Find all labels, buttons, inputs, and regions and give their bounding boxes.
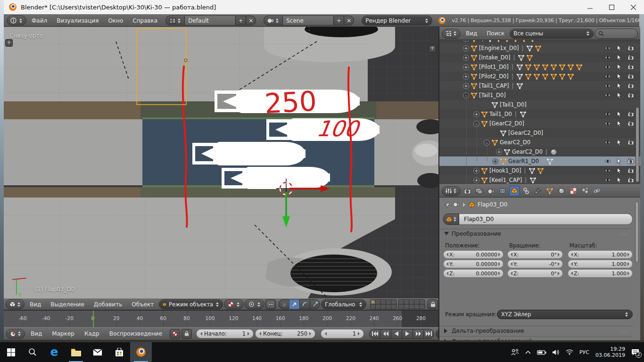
volume-icon[interactable] xyxy=(553,349,560,355)
camera-icon[interactable] xyxy=(627,120,634,127)
start-button[interactable] xyxy=(0,342,22,362)
outliner-row[interactable]: [GearC2_D0] xyxy=(439,128,640,138)
rotation-mode-select[interactable]: XYZ Эйлер xyxy=(497,310,633,319)
outliner-row[interactable]: + GearR1_D0| xyxy=(439,156,640,166)
menu-select[interactable]: Выделение xyxy=(46,301,88,308)
outliner-item-label[interactable]: GearR1_D0 xyxy=(508,158,539,165)
outliner-item-label[interactable]: GearC2_D0 xyxy=(512,148,543,155)
outliner-item-label[interactable]: [GearC2_D0] xyxy=(489,120,524,127)
eye-icon[interactable] xyxy=(604,177,611,183)
current-frame-field[interactable]: 1 xyxy=(321,329,364,338)
mode-select[interactable]: Режим объекта xyxy=(159,299,223,309)
menu-frame[interactable]: Кадр xyxy=(80,330,104,337)
menu-marker[interactable]: Маркер xyxy=(48,330,79,337)
outliner-item-label[interactable]: [GearC2_D0] xyxy=(508,130,543,136)
taskbar-mail-button[interactable] xyxy=(87,342,108,362)
panel-transform-locks-header[interactable]: Фиксация преобразований :::: xyxy=(439,336,633,340)
rotation-y-field[interactable]: Y:-0° xyxy=(507,260,563,268)
jump-to-start-button[interactable] xyxy=(369,329,380,339)
eye-icon[interactable] xyxy=(604,64,611,70)
frame-start-field[interactable]: Начало:1 xyxy=(196,329,254,338)
camera-icon[interactable] xyxy=(627,158,634,165)
layer-cell[interactable] xyxy=(376,300,380,304)
panel-transform-header[interactable]: Преобразование :::: xyxy=(439,229,633,239)
pivot-point-select[interactable] xyxy=(245,299,264,309)
eye-icon[interactable] xyxy=(604,120,611,127)
location-z-field[interactable]: Z:0.00000 xyxy=(443,269,504,278)
camera-icon[interactable] xyxy=(627,64,634,70)
current-frame-marker[interactable] xyxy=(93,311,94,327)
outliner-row[interactable]: + [Intake_D0]| xyxy=(439,53,640,62)
outliner-row[interactable]: + [Keel1_CAP]| xyxy=(439,175,640,184)
taskbar-blender-button[interactable] xyxy=(130,342,152,362)
timeline-ruler[interactable]: -60-40-200204060801001201401601802002202… xyxy=(4,310,438,327)
outliner-row[interactable]: + | xyxy=(439,40,640,43)
select-cursor-icon[interactable] xyxy=(616,177,622,183)
layer-cell[interactable] xyxy=(409,300,414,304)
camera-icon[interactable] xyxy=(627,45,634,51)
scene-icon[interactable] xyxy=(453,202,460,207)
panel-delta-transform-header[interactable]: Дельта-преобразование :::: xyxy=(439,326,633,336)
menu-file[interactable]: Файл xyxy=(27,17,51,24)
eye-icon[interactable] xyxy=(604,92,611,99)
scale-z-field[interactable]: Z:1.000 xyxy=(568,269,633,278)
layer-cell[interactable] xyxy=(391,300,396,304)
eye-icon[interactable] xyxy=(604,111,611,117)
play-reverse-button[interactable] xyxy=(391,329,402,339)
layer-cell[interactable] xyxy=(381,304,386,309)
viewport-shading-select[interactable] xyxy=(224,299,244,309)
scene-name-field[interactable]: Scene xyxy=(282,16,333,25)
layers-widget-2[interactable] xyxy=(398,299,425,309)
lock-to-scene-toggle[interactable] xyxy=(428,299,438,309)
camera-icon[interactable] xyxy=(627,111,634,117)
taskbar-edge-button[interactable]: e xyxy=(43,342,65,362)
outliner-scope-select[interactable]: Все сцены xyxy=(510,29,594,39)
hidden-icons-chevron[interactable] xyxy=(525,350,531,354)
tab-scene[interactable] xyxy=(486,186,496,196)
expand-icon[interactable]: + xyxy=(473,111,479,117)
layer-cell[interactable] xyxy=(399,300,404,304)
add-scene-button[interactable]: + xyxy=(333,16,344,25)
select-cursor-icon[interactable] xyxy=(616,73,622,80)
outliner-item-label[interactable]: [Hook1_D0] xyxy=(489,167,521,174)
camera-icon[interactable] xyxy=(627,82,634,89)
delete-layout-button[interactable]: ✕ xyxy=(246,16,256,25)
outliner-row[interactable]: + [Tail1_CAP]| xyxy=(439,81,640,90)
select-cursor-icon[interactable] xyxy=(616,82,622,89)
outliner-scrollbar[interactable] xyxy=(636,107,639,182)
eye-icon[interactable] xyxy=(604,139,611,146)
expand-icon[interactable]: + xyxy=(463,64,469,70)
camera-icon[interactable] xyxy=(627,139,634,146)
menu-help[interactable]: Справка xyxy=(128,17,162,24)
scene-icon-button[interactable] xyxy=(264,16,282,25)
properties-shelf-expand-button[interactable]: + xyxy=(429,45,436,52)
people-icon[interactable] xyxy=(511,349,519,355)
select-cursor-icon[interactable] xyxy=(616,111,622,117)
tab-world[interactable] xyxy=(497,186,508,196)
outliner-item-label[interactable]: GearC2_D0 xyxy=(500,139,530,146)
tab-modifiers[interactable] xyxy=(533,186,543,196)
properties-scrollbar[interactable] xyxy=(635,201,639,263)
battery-icon[interactable] xyxy=(537,350,546,355)
viewport-3d[interactable]: 250 100 xyxy=(4,27,438,310)
screen-layout-icon-button[interactable] xyxy=(165,16,184,25)
translate-manipulator-toggle[interactable] xyxy=(289,299,299,309)
menu-search-outliner[interactable]: Поиск xyxy=(482,30,509,37)
outliner-row[interactable]: [Tail1_D0] xyxy=(439,100,640,109)
object-name-field[interactable]: Flap03_D0 xyxy=(443,214,633,225)
expand-icon[interactable]: + xyxy=(463,74,469,80)
menu-add[interactable]: Добавить xyxy=(90,301,126,308)
close-button[interactable] xyxy=(622,0,644,14)
outliner-row[interactable]: - [Tail1_D0] xyxy=(439,90,640,100)
rotation-x-field[interactable]: X:0° xyxy=(507,250,563,259)
render-engine-select[interactable]: Рендер Blender xyxy=(362,16,432,25)
outliner-row[interactable]: + Tail1_D0| xyxy=(439,109,640,119)
eye-icon[interactable] xyxy=(604,82,611,89)
layers-widget-1[interactable] xyxy=(370,299,396,309)
select-cursor-icon[interactable] xyxy=(616,64,622,70)
outliner-row[interactable]: + GearC2_D0| xyxy=(439,147,640,156)
taskbar-explorer-button[interactable] xyxy=(65,342,87,362)
outliner-row[interactable]: + [Pilot2_D0]| xyxy=(439,72,640,81)
outliner-item-label[interactable]: [Tail1_CAP] xyxy=(479,82,509,89)
tab-render-layers[interactable] xyxy=(474,186,484,196)
